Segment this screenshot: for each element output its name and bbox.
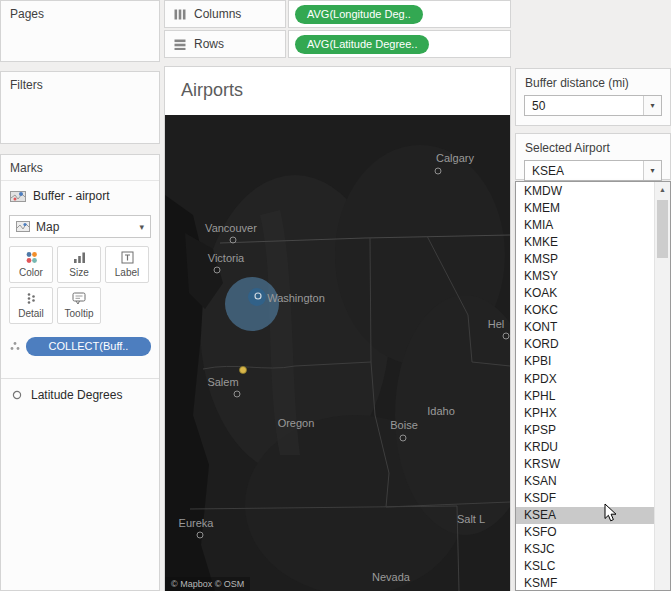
size-icon [73,251,86,264]
map-label-boise: Boise [390,419,418,431]
circle-mark-icon [12,390,22,400]
columns-shelf-text: Columns [194,7,241,21]
airport-option-ksan[interactable]: KSAN [516,473,655,490]
rows-pill[interactable]: AVG(Latitude Degree.. [295,35,429,54]
buffer-distance-title: Buffer distance (mi) [516,69,670,95]
selected-airport-title: Selected Airport [516,134,670,160]
map-label-eureka: Eureka [179,517,214,529]
tableau-workspace: Pages Filters Marks Buffer - airport Map… [0,0,671,591]
size-button[interactable]: Size [57,246,101,283]
collect-pill[interactable]: COLLECT(Buff.. [26,337,151,356]
detail-label: Detail [18,308,44,319]
tooltip-label: Tooltip [65,308,94,319]
detail-button[interactable]: Detail [9,287,53,324]
airport-option-krsw[interactable]: KRSW [516,456,655,473]
marks-layer-name: Buffer - airport [33,189,109,203]
label-button[interactable]: Label [105,246,149,283]
label-label: Label [115,267,139,278]
airport-option-kmia[interactable]: KMIA [516,217,655,234]
map-attribution: © Mapbox © OSM [165,577,250,591]
airport-option-ksjc[interactable]: KSJC [516,541,655,558]
marks-buttons: Color Size Label [1,238,159,326]
map-label-washington: Washington [267,292,325,304]
text-label-icon [121,251,134,264]
map-label-salem: Salem [207,376,238,388]
airport-option-kokc[interactable]: KOKC [516,302,655,319]
mark-type-value: Map [36,220,59,234]
collect-marks-icon [9,341,21,353]
airport-option-kont[interactable]: KONT [516,319,655,336]
buffer-distance-combobox[interactable]: 50 ▾ [524,95,662,116]
airport-option-ksfo[interactable]: KSFO [516,524,655,541]
airport-option-kpsp[interactable]: KPSP [516,422,655,439]
map-label-victoria: Victoria [208,252,244,264]
worksheet-title: Airports [165,67,510,110]
map-label-vancouver: Vancouver [205,222,257,234]
rows-shelf-label: Rows [164,30,286,58]
airport-option-koak[interactable]: KOAK [516,285,655,302]
tooltip-icon [72,292,86,305]
color-button[interactable]: Color [9,246,53,283]
color-icon [25,251,38,264]
map-label-oregon: Oregon [278,417,315,429]
airport-option-ksea[interactable]: KSEA [516,507,655,524]
filters-title: Filters [1,72,159,98]
airport-option-kmdw[interactable]: KMDW [516,183,655,200]
airport-option-ksmf[interactable]: KSMF [516,575,655,591]
airport-option-kpbi[interactable]: KPBI [516,353,655,370]
rows-shelf[interactable]: AVG(Latitude Degree.. [288,30,511,58]
airport-option-kpdx[interactable]: KPDX [516,371,655,388]
buffer-distance-value: 50 [525,96,643,115]
rows-shelf-text: Rows [194,37,224,51]
selected-airport-value: KSEA [525,161,643,180]
columns-icon [174,9,186,20]
airport-option-kphx[interactable]: KPHX [516,405,655,422]
columns-pill[interactable]: AVG(Longitude Deg.. [295,5,423,24]
rows-icon [174,39,186,50]
columns-shelf[interactable]: AVG(Longitude Deg.. [288,0,511,28]
chevron-down-icon: ▾ [139,222,144,232]
selected-airport-combobox[interactable]: KSEA ▾ [524,160,662,181]
airport-option-kmsp[interactable]: KMSP [516,251,655,268]
map-label-idaho: Idaho [427,405,455,417]
latitude-field-row[interactable]: Latitude Degrees [1,379,159,411]
highlighted-airport-point[interactable] [240,367,247,374]
airport-option-kmem[interactable]: KMEM [516,200,655,217]
scroll-thumb[interactable] [657,200,668,258]
marks-layer-row[interactable]: Buffer - airport [1,181,159,209]
map-mark-icon [16,221,30,232]
map-label-saltl: Salt L [457,513,485,525]
airport-option-kphl[interactable]: KPHL [516,388,655,405]
buffer-distance-param: Buffer distance (mi) 50 ▾ [515,68,671,126]
airport-list-scrollbar[interactable]: ▲ [654,182,670,590]
airport-option-kmke[interactable]: KMKE [516,234,655,251]
mouse-cursor-icon [604,503,618,523]
map-layer-icon [10,190,26,203]
mark-type-dropdown[interactable]: Map ▾ [9,215,151,238]
airport-option-kslc[interactable]: KSLC [516,558,655,575]
map-label-calgary: Calgary [436,152,474,164]
tooltip-button[interactable]: Tooltip [57,287,101,324]
marks-title: Marks [1,155,159,181]
airport-option-ksdf[interactable]: KSDF [516,490,655,507]
map-label-hel: Hel [488,318,505,330]
map-worksheet: Airports [164,66,511,591]
airport-dropdown-arrow-icon[interactable]: ▾ [643,161,661,180]
buffer-inner-circle[interactable] [248,288,266,306]
scroll-up-icon[interactable]: ▲ [655,182,670,197]
selected-airport-param: Selected Airport KSEA ▾ [515,133,671,180]
columns-shelf-label: Columns [164,0,286,28]
pages-title: Pages [1,1,159,27]
pages-shelf[interactable]: Pages [0,0,160,62]
collect-pill-row: COLLECT(Buff.. [1,326,159,364]
buffer-dropdown-arrow-icon[interactable]: ▾ [643,96,661,115]
filters-shelf[interactable]: Filters [0,71,160,144]
marks-panel: Marks Buffer - airport Map ▾ [0,154,160,591]
airport-dropdown-list: KMDWKMEMKMIAKMKEKMSPKMSYKOAKKOKCKONTKORD… [515,181,671,591]
airport-option-krdu[interactable]: KRDU [516,439,655,456]
detail-icon [25,292,38,305]
map-canvas[interactable]: CalgaryVancouverVictoriaWashingtonSalemO… [165,115,510,591]
airport-option-kord[interactable]: KORD [516,336,655,353]
size-label: Size [69,267,88,278]
airport-option-kmsy[interactable]: KMSY [516,268,655,285]
